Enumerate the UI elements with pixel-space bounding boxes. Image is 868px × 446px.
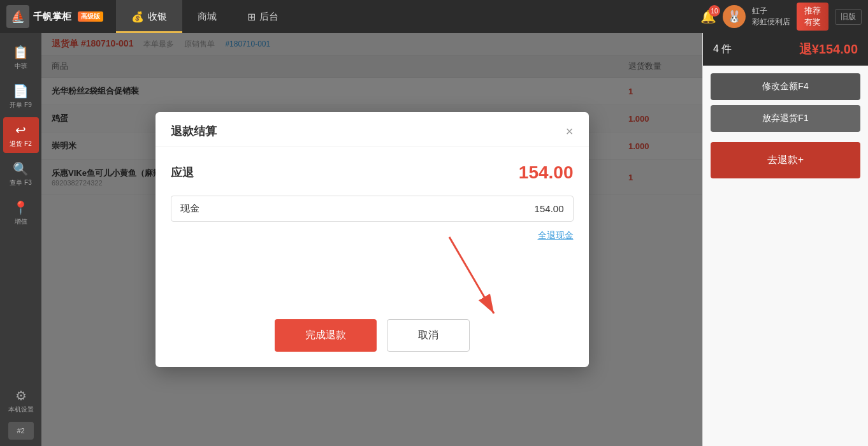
- sidebar-item-open[interactable]: 📄 开单 F9: [3, 78, 39, 114]
- summary-amount: 退¥154.00: [799, 41, 858, 58]
- settings-icon: ⚙: [15, 388, 27, 403]
- sidebar-label-open: 开单 F9: [10, 101, 31, 110]
- top-nav: ⛵ 千帆掌柜 高级版 💰 收银 商城 ⊞ 后台 🔔 10 🐰 虹子 彩虹便利店 …: [0, 0, 868, 33]
- user-info[interactable]: 虹子 彩虹便利店: [752, 6, 790, 27]
- cancel-button[interactable]: 取消: [387, 319, 470, 352]
- backend-icon: ⊞: [247, 11, 256, 23]
- query-icon: 🔍: [13, 161, 29, 176]
- dialog-payment-amount: 154.00: [535, 203, 564, 214]
- right-summary: 4 件 退¥154.00: [703, 33, 868, 66]
- dialog-title: 退款结算: [171, 124, 217, 139]
- nav-right: 🔔 10 🐰 虹子 彩虹便利店 推荐 有奖 旧版: [700, 3, 868, 31]
- dialog-payment-method: 现金: [180, 203, 199, 215]
- sidebar-label-shift: 中班: [15, 62, 27, 71]
- dialog-due-row: 应退 154.00: [171, 162, 574, 183]
- nav-tabs: 💰 收银 商城 ⊞ 后台: [116, 0, 294, 33]
- modal-overlay: 退款结算 × 应退 154.00 现金 154.00 全退现金: [41, 33, 702, 446]
- nav-tab-mall-label: 商城: [198, 11, 217, 23]
- open-icon: 📄: [13, 83, 29, 99]
- sidebar-item-settings[interactable]: ⚙ 本机设置: [3, 383, 39, 419]
- dialog-due-label: 应退: [171, 165, 194, 180]
- logo-icon: ⛵: [6, 5, 29, 28]
- sidebar-item-refund[interactable]: ↩ 退货 F2: [3, 117, 39, 153]
- app-badge: 高级版: [78, 11, 103, 22]
- abandon-refund-button[interactable]: 放弃退货F1: [711, 105, 860, 132]
- promo-button[interactable]: 推荐 有奖: [797, 3, 828, 31]
- complete-refund-button[interactable]: 完成退款: [275, 319, 377, 352]
- main-layout: 📋 中班 📄 开单 F9 ↩ 退货 F2 🔍 查单 F3 📍 增值 ⚙ 本机设置…: [0, 33, 868, 446]
- full-refund-link[interactable]: 全退现金: [538, 230, 574, 240]
- user-name: 虹子: [752, 6, 790, 17]
- promo-label: 推荐: [804, 5, 821, 17]
- content-area: 退货单 #180710-001 本单最多 原销售单 #180710-001 商品…: [41, 33, 702, 446]
- app-logo[interactable]: ⛵ 千帆掌柜 高级版: [6, 5, 103, 28]
- notification-bell[interactable]: 🔔 10: [700, 9, 716, 24]
- sidebar-bottom: #2: [8, 422, 34, 440]
- sidebar-label-settings: 本机设置: [8, 405, 34, 414]
- user-avatar[interactable]: 🐰: [723, 5, 746, 28]
- dialog-footer: 完成退款 取消: [156, 309, 589, 367]
- sidebar-label-query: 查单 F3: [10, 178, 31, 187]
- value-icon: 📍: [13, 200, 29, 215]
- nav-tab-cashier-label: 收银: [148, 11, 167, 23]
- sidebar-item-shift[interactable]: 📋 中班: [3, 40, 39, 75]
- cashier-icon: 💰: [131, 11, 144, 23]
- old-version-button[interactable]: 旧版: [835, 9, 862, 25]
- sidebar-item-query[interactable]: 🔍 查单 F3: [3, 156, 39, 192]
- sidebar-item-value[interactable]: 📍 增值: [3, 195, 39, 231]
- left-sidebar: 📋 中班 📄 开单 F9 ↩ 退货 F2 🔍 查单 F3 📍 增值 ⚙ 本机设置…: [0, 33, 41, 446]
- refund-dialog: 退款结算 × 应退 154.00 现金 154.00 全退现金: [156, 112, 589, 367]
- go-refund-button[interactable]: 去退款+: [711, 142, 860, 178]
- right-buttons: 修改金额F4 放弃退货F1 去退款+: [703, 66, 868, 186]
- summary-count: 4 件: [713, 43, 732, 56]
- shift-icon: 📋: [13, 45, 29, 60]
- sidebar-label-refund: 退货 F2: [10, 140, 31, 148]
- promo-sub: 有奖: [804, 17, 821, 28]
- nav-tab-backend-label: 后台: [259, 11, 278, 23]
- user-store: 彩虹便利店: [752, 17, 790, 27]
- dialog-body: 应退 154.00 现金 154.00 全退现金: [156, 147, 589, 309]
- dialog-header: 退款结算 ×: [156, 112, 589, 147]
- app-name: 千帆掌柜: [33, 11, 71, 23]
- nav-tab-cashier[interactable]: 💰 收银: [116, 0, 182, 33]
- nav-tab-backend[interactable]: ⊞ 后台: [232, 0, 294, 33]
- refund-icon: ↩: [15, 122, 26, 138]
- bell-badge: 10: [709, 5, 720, 17]
- screen-button[interactable]: #2: [8, 422, 34, 440]
- dialog-due-amount: 154.00: [519, 162, 574, 183]
- dialog-payment-row: 现金 154.00: [171, 196, 574, 222]
- modify-amount-button[interactable]: 修改金额F4: [711, 73, 860, 100]
- dialog-close-button[interactable]: ×: [566, 125, 574, 138]
- right-panel: 4 件 退¥154.00 修改金额F4 放弃退货F1 去退款+: [702, 33, 868, 446]
- sidebar-label-value: 增值: [15, 217, 27, 226]
- nav-tab-mall[interactable]: 商城: [182, 0, 232, 33]
